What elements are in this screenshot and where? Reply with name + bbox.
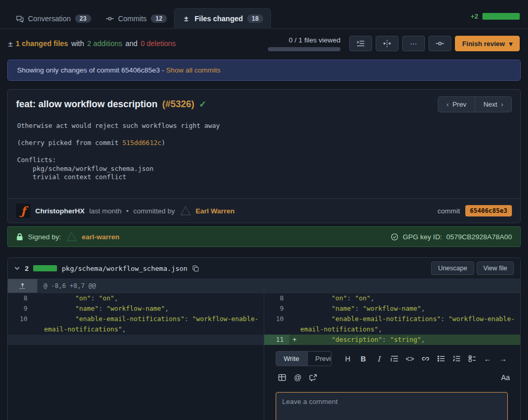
- code-token: "workflow-name": [106, 305, 165, 312]
- code-token: "workflow-name": [363, 305, 421, 312]
- code-token: :: [440, 315, 448, 323]
- code-token: ,: [122, 325, 126, 333]
- unescape-button[interactable]: Unescape: [431, 262, 474, 275]
- commit-message-line: [17, 182, 511, 191]
- reference-button[interactable]: [307, 371, 320, 384]
- unordered-list-button[interactable]: [434, 352, 448, 366]
- line-sign: [289, 303, 301, 314]
- next-commit-button[interactable]: Next ›: [475, 97, 511, 112]
- file-tree-toggle-button[interactable]: [349, 36, 372, 51]
- files-changed-count-badge: 18: [247, 15, 263, 23]
- code-button[interactable]: <>: [403, 352, 417, 366]
- commit-card: feat: allow workflow description (#5326)…: [7, 89, 521, 223]
- link-button[interactable]: [419, 352, 432, 366]
- text-size-button[interactable]: Aa: [501, 373, 510, 382]
- diff-controls-row: ± 1 changed files with 2 additions and 0…: [0, 29, 528, 57]
- commit-message-text: pkg/schema/workflow_schema.json: [17, 165, 153, 172]
- table-button[interactable]: [276, 371, 289, 384]
- code-token: [301, 305, 332, 312]
- code-line: "description": "string",: [301, 335, 521, 345]
- signer-name-link[interactable]: earl-warren: [82, 233, 120, 241]
- preview-tab[interactable]: Preview: [308, 352, 332, 366]
- line-number[interactable]: 9: [264, 303, 289, 314]
- comment-textarea[interactable]: [276, 392, 508, 420]
- files-viewed-label: 0 / 1 files viewed: [289, 36, 340, 44]
- view-file-button[interactable]: View file: [477, 262, 514, 275]
- tab-files-changed[interactable]: ± Files changed 18: [174, 8, 271, 29]
- diff-line-row: 11+ "description": "string",: [264, 335, 521, 345]
- collapse-file-icon[interactable]: [14, 265, 20, 271]
- ordered-list-button[interactable]: [450, 352, 463, 366]
- code-token: "on": [98, 294, 114, 302]
- commit-hash-badge[interactable]: 65406c85e3: [465, 205, 512, 216]
- bold-button[interactable]: B: [356, 352, 370, 366]
- undo-button[interactable]: ←: [481, 352, 494, 366]
- write-tab[interactable]: Write: [276, 352, 308, 366]
- copy-path-icon[interactable]: [192, 265, 199, 272]
- line-number[interactable]: 10: [264, 314, 289, 335]
- issue-ref-link[interactable]: (#5326): [162, 99, 194, 110]
- expand-diff-button[interactable]: [8, 279, 37, 293]
- commit-select-button[interactable]: [429, 36, 451, 51]
- tab-conversation[interactable]: Conversation 23: [8, 9, 98, 28]
- code-token: "enable-email-notifications": [332, 315, 441, 323]
- show-all-commits-link[interactable]: Show all commits: [166, 66, 220, 74]
- file-path-link[interactable]: pkg/schema/workflow_schema.json: [62, 265, 188, 272]
- code-token: :: [184, 315, 192, 323]
- line-sign: +: [289, 335, 301, 345]
- commit-time: last month: [89, 207, 121, 215]
- caret-down-icon: ▾: [509, 40, 512, 48]
- commit-message-line: trivial context conflict: [17, 173, 511, 182]
- deletions-count: 0 deletions: [140, 39, 176, 48]
- write-preview-tabs: Write Preview: [276, 351, 332, 366]
- line-number[interactable]: 8: [264, 293, 289, 303]
- whitespace-split-button[interactable]: [376, 36, 398, 51]
- line-number: [8, 335, 33, 345]
- line-sign: [289, 314, 301, 335]
- diffstat-added: +2: [470, 12, 478, 20]
- commit-hash-link[interactable]: 515dd6612c: [122, 139, 161, 147]
- line-number[interactable]: 9: [8, 303, 33, 314]
- line-number[interactable]: 8: [8, 293, 33, 303]
- hunk-header-row: @ -8,6 +8,7 @@: [8, 279, 520, 293]
- commit-message-line: [17, 131, 511, 139]
- finish-review-button[interactable]: Finish review ▾: [455, 36, 520, 51]
- committer-avatar[interactable]: [180, 205, 191, 216]
- quote-button[interactable]: [388, 352, 401, 366]
- redo-button[interactable]: →: [496, 352, 510, 366]
- mention-button[interactable]: @: [291, 371, 305, 384]
- code-token: :: [347, 294, 355, 302]
- code-line: "on": "on",: [44, 293, 264, 303]
- committer-name-link[interactable]: Earl Warren: [196, 207, 235, 215]
- diff-line-row: 10 "enable-email-notifications": "workfl…: [8, 314, 264, 335]
- code-token: ,: [115, 294, 119, 302]
- next-label: Next: [483, 100, 497, 108]
- code-line: "enable-email-notifications": "workflow-…: [44, 314, 264, 335]
- commit-label: commit: [437, 207, 460, 215]
- code-token: ,: [378, 325, 382, 333]
- author-name-link[interactable]: ChristopherHX: [35, 207, 84, 215]
- tab-commits[interactable]: Commits 12: [98, 9, 175, 28]
- commit-message-text: Otherwise act would reject such workflow…: [17, 122, 220, 129]
- line-number[interactable]: 11: [264, 335, 289, 345]
- commit-message-line: Conflicts:: [17, 156, 511, 165]
- prev-commit-button[interactable]: ‹ Prev: [438, 97, 475, 112]
- task-list-button[interactable]: [465, 352, 479, 366]
- italic-button[interactable]: I: [372, 352, 386, 366]
- diff-left-filler: [8, 345, 264, 420]
- signer-avatar[interactable]: [66, 231, 77, 242]
- diffstat-bar: [482, 13, 520, 20]
- ci-success-check-icon: ✓: [199, 99, 206, 110]
- file-changes-count: 2: [25, 265, 28, 272]
- commit-author-row: ƒ ChristopherHX last month • committed b…: [8, 198, 520, 223]
- code-token: ,: [421, 305, 425, 312]
- diff-file-header: 2 pkg/schema/workflow_schema.json Unesca…: [8, 258, 520, 279]
- code-line: "name": "workflow-name",: [44, 303, 264, 314]
- banner-text: Showing only changes of commit 65406c85e…: [17, 66, 164, 74]
- editor-toolbar: Write Preview H B I <>: [276, 351, 510, 366]
- line-number[interactable]: 10: [8, 314, 33, 335]
- heading-button[interactable]: H: [341, 352, 354, 366]
- code-token: [44, 294, 75, 302]
- diff-options-button[interactable]: ⋯: [402, 36, 425, 51]
- author-avatar[interactable]: ƒ: [16, 204, 31, 218]
